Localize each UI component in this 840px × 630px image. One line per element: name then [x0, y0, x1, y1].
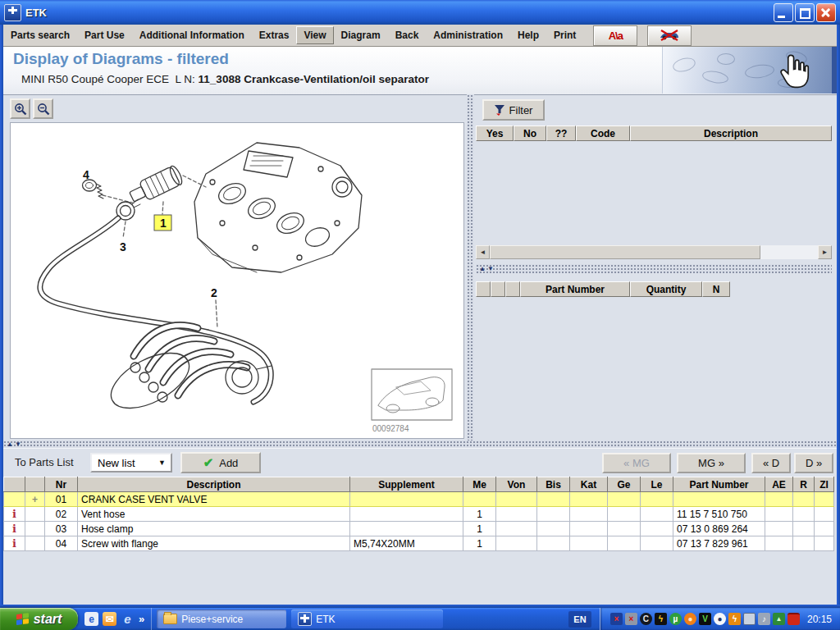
- expand-icon[interactable]: +: [32, 494, 38, 505]
- column-header-quantity[interactable]: Quantity: [630, 281, 702, 297]
- scroll-left-button[interactable]: ◄: [476, 245, 490, 259]
- info-icon[interactable]: i: [12, 537, 16, 550]
- taskbar-task-piese-service[interactable]: Piese+service: [157, 609, 286, 628]
- mg-next-button[interactable]: MG »: [677, 453, 746, 473]
- panel-splitter-horizontal[interactable]: ▲ ▼: [476, 264, 832, 273]
- main-horizontal-splitter[interactable]: ▲ ▼: [3, 441, 837, 448]
- menu-help[interactable]: Help: [510, 26, 546, 44]
- col-bis[interactable]: Bis: [537, 477, 570, 492]
- internet-explorer-icon[interactable]: e: [121, 612, 135, 626]
- callout-3[interactable]: 3: [120, 240, 126, 253]
- cell-info[interactable]: i: [4, 536, 25, 551]
- col-description[interactable]: Description: [78, 477, 350, 492]
- language-indicator[interactable]: EN: [568, 611, 591, 628]
- tray-torrent-icon[interactable]: µ: [669, 613, 682, 625]
- col-le[interactable]: Le: [641, 477, 673, 492]
- column-header-no[interactable]: No: [514, 126, 546, 141]
- table-row[interactable]: i 02 Vent hose 1 11 15 7 510 750: [4, 507, 834, 522]
- cell-expand[interactable]: +: [25, 492, 45, 507]
- list-selector[interactable]: New list ▼: [90, 453, 172, 472]
- splitter-up-icon[interactable]: ▲: [479, 266, 486, 272]
- hide-vehicle-button[interactable]: [647, 25, 692, 46]
- horizontal-scrollbar[interactable]: ◄ ►: [476, 245, 832, 259]
- callout-2[interactable]: 2: [211, 286, 217, 299]
- col-r[interactable]: R: [793, 477, 815, 492]
- col-supplement[interactable]: Supplement: [350, 477, 463, 492]
- maximize-button[interactable]: [795, 3, 815, 22]
- info-icon[interactable]: i: [12, 508, 16, 520]
- d-next-button[interactable]: D »: [794, 453, 833, 473]
- cell-info[interactable]: i: [4, 522, 25, 536]
- callout-4[interactable]: 4: [83, 168, 89, 181]
- cell-ae: [765, 522, 793, 536]
- mg-prev-button[interactable]: « MG: [602, 453, 671, 473]
- menu-back[interactable]: Back: [388, 26, 427, 44]
- tray-updater-icon[interactable]: ●: [684, 613, 696, 625]
- menu-parts-search[interactable]: Parts search: [3, 26, 77, 44]
- tray-energy-icon[interactable]: ϟ: [728, 613, 741, 625]
- table-row[interactable]: i 04 Screw with flange M5,74X20MM 1 07 1…: [4, 536, 834, 551]
- tray-volume-icon[interactable]: ♪: [758, 613, 770, 625]
- col-von[interactable]: Von: [496, 477, 537, 492]
- col-me[interactable]: Me: [463, 477, 496, 492]
- menu-part-use[interactable]: Part Use: [77, 26, 132, 44]
- zoom-in-button[interactable]: [10, 98, 30, 119]
- tray-network-error-icon[interactable]: ×: [610, 613, 623, 625]
- scroll-thumb[interactable]: [490, 245, 760, 259]
- panel-splitter-vertical[interactable]: [467, 94, 474, 441]
- col-part-number[interactable]: Part Number: [673, 477, 765, 492]
- menu-additional-information[interactable]: Additional Information: [132, 26, 252, 44]
- callout-1[interactable]: 1: [160, 217, 167, 230]
- cell-info[interactable]: i: [4, 507, 25, 522]
- menu-print[interactable]: Print: [546, 26, 583, 44]
- menu-administration[interactable]: Administration: [426, 26, 510, 44]
- tray-battery-icon[interactable]: [788, 613, 800, 625]
- col-ge[interactable]: Ge: [608, 477, 641, 492]
- col-kat[interactable]: Kat: [570, 477, 608, 492]
- mail-icon[interactable]: ✉: [103, 612, 116, 626]
- start-button[interactable]: start: [0, 608, 78, 630]
- browser-icon[interactable]: e: [84, 612, 98, 626]
- column-header-code[interactable]: Code: [576, 126, 630, 141]
- column-header-n[interactable]: N: [702, 281, 730, 297]
- col-nr[interactable]: Nr: [45, 477, 78, 492]
- info-icon[interactable]: i: [12, 523, 16, 535]
- taskbar-task-etk[interactable]: ETK: [291, 609, 443, 628]
- quick-launch-more-icon[interactable]: »: [139, 613, 144, 625]
- filter-button[interactable]: Filter: [482, 99, 545, 121]
- zoom-out-button[interactable]: [33, 98, 53, 119]
- cell-expand: [25, 522, 45, 536]
- minimize-button[interactable]: [774, 3, 793, 22]
- tray-antivirus-icon[interactable]: V: [699, 613, 711, 625]
- text-size-toggle-button[interactable]: A\a: [593, 25, 637, 46]
- quick-launch-bar: e ✉ e »: [78, 608, 152, 630]
- d-prev-button[interactable]: « D: [751, 453, 791, 473]
- column-header-unknown[interactable]: ??: [546, 126, 576, 141]
- main-splitter-down-icon[interactable]: ▼: [15, 441, 21, 448]
- tray-device-error-icon[interactable]: ×: [625, 613, 637, 625]
- cell-kat: [570, 507, 608, 522]
- tray-search-icon[interactable]: ●: [714, 613, 726, 625]
- close-button[interactable]: [816, 3, 836, 22]
- table-row[interactable]: i 03 Hose clamp 1 07 13 0 869 264: [4, 522, 834, 536]
- column-header-yes[interactable]: Yes: [476, 126, 514, 141]
- column-header-description[interactable]: Description: [630, 126, 832, 141]
- tray-power-icon[interactable]: ϟ: [655, 613, 667, 625]
- col-zi[interactable]: ZI: [815, 477, 834, 492]
- clock[interactable]: 20:15: [807, 614, 832, 625]
- tray-safely-remove-icon[interactable]: ▲: [773, 613, 785, 625]
- menu-extras[interactable]: Extras: [252, 26, 297, 44]
- scroll-right-button[interactable]: ►: [818, 245, 832, 259]
- menu-diagram[interactable]: Diagram: [334, 26, 388, 44]
- menu-view[interactable]: View: [296, 26, 333, 44]
- table-row-selected[interactable]: + 01 CRANK CASE VENT VALVE: [4, 492, 834, 507]
- col-ae[interactable]: AE: [765, 477, 793, 492]
- scroll-track[interactable]: [760, 245, 818, 259]
- column-header-part-number[interactable]: Part Number: [520, 281, 630, 297]
- tray-display-icon[interactable]: [743, 613, 756, 625]
- tray-cleaner-icon[interactable]: C: [640, 613, 652, 625]
- add-button[interactable]: ✔ Add: [180, 452, 261, 473]
- diagram-canvas[interactable]: 4 3 1 2 00092784: [10, 122, 464, 439]
- splitter-down-icon[interactable]: ▼: [487, 266, 494, 272]
- main-splitter-up-icon[interactable]: ▲: [7, 441, 13, 448]
